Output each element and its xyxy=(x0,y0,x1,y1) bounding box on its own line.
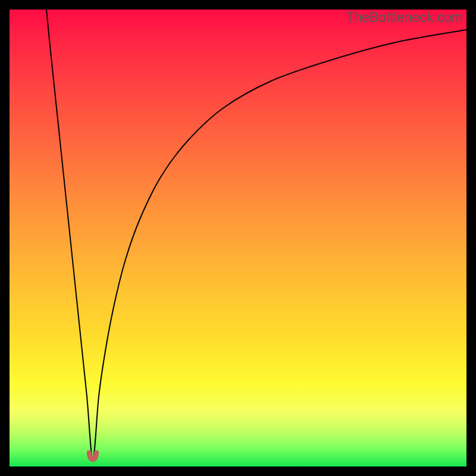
chart-frame: TheBottleneck.com xyxy=(0,0,476,476)
dip-marker xyxy=(84,450,101,463)
watermark-text: TheBottleneck.com xyxy=(346,10,463,26)
curve-path xyxy=(46,10,466,459)
dip-marker-shape xyxy=(87,450,99,462)
plot-area: TheBottleneck.com xyxy=(10,10,466,466)
bottleneck-curve xyxy=(10,10,466,466)
